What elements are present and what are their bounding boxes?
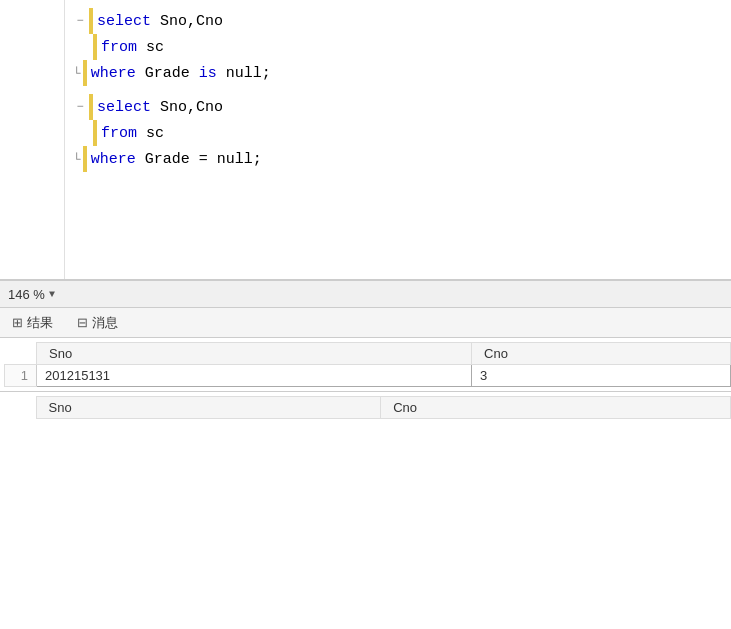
col-header-sno-1: Sno bbox=[37, 343, 472, 365]
tab-results-label: 结果 bbox=[27, 314, 53, 332]
result-table-2: Sno Cno bbox=[4, 396, 731, 419]
yellow-bar-1 bbox=[89, 8, 93, 34]
zoom-level: 146 % bbox=[8, 287, 45, 302]
tab-messages-label: 消息 bbox=[92, 314, 118, 332]
result-table-1: Sno Cno 1 201215131 3 bbox=[4, 342, 731, 387]
keyword-where-1: where bbox=[91, 65, 136, 82]
where-clause-2: Grade = null; bbox=[136, 151, 262, 168]
sql-line-select-2: − select Sno,Cno bbox=[73, 94, 731, 120]
table-wrapper-1: Sno Cno 1 201215131 3 bbox=[0, 338, 731, 391]
yellow-bar-from-1 bbox=[93, 34, 97, 60]
sql-line-from-1: from sc bbox=[73, 34, 731, 60]
sql-block-1: − select Sno,Cno from sc └ where Grade bbox=[73, 8, 731, 86]
code-content: − select Sno,Cno from sc └ where Grade bbox=[65, 0, 731, 279]
select-cols-2: Sno,Cno bbox=[151, 99, 223, 116]
table-wrapper-2: Sno Cno bbox=[0, 392, 731, 423]
table-row: 1 201215131 3 bbox=[5, 365, 731, 387]
results-panel: Sno Cno 1 201215131 3 bbox=[0, 338, 731, 629]
collapse-icon-1[interactable]: − bbox=[73, 14, 87, 28]
bracket-2: └ bbox=[73, 152, 81, 167]
yellow-bar-where-1 bbox=[83, 60, 87, 86]
result-table-1-container: Sno Cno 1 201215131 3 bbox=[0, 338, 731, 392]
from-table-1: sc bbox=[137, 39, 164, 56]
zoom-dropdown-icon: ▼ bbox=[49, 289, 55, 300]
cell-sno-1: 201215131 bbox=[37, 365, 472, 387]
results-icon: ⊞ bbox=[12, 315, 23, 330]
result-table-2-container: Sno Cno bbox=[0, 392, 731, 629]
col-header-rownum-1 bbox=[5, 343, 37, 365]
from-table-2: sc bbox=[137, 125, 164, 142]
where-clause-1: Grade bbox=[136, 65, 199, 82]
tab-results[interactable]: ⊞ 结果 bbox=[8, 312, 57, 334]
keyword-select-1: select bbox=[97, 13, 151, 30]
line-gutter bbox=[0, 0, 65, 279]
sql-block-2: − select Sno,Cno from sc └ where Grade =… bbox=[73, 94, 731, 172]
cell-cno-1: 3 bbox=[472, 365, 731, 387]
keyword-from-1: from bbox=[101, 39, 137, 56]
row-num-1: 1 bbox=[5, 365, 37, 387]
tabs-bar: ⊞ 结果 ⊟ 消息 bbox=[0, 308, 731, 338]
status-bar: 146 % ▼ bbox=[0, 280, 731, 308]
col-header-cno-1: Cno bbox=[472, 343, 731, 365]
zoom-selector[interactable]: 146 % ▼ bbox=[8, 287, 55, 302]
col-header-sno-2: Sno bbox=[36, 397, 381, 419]
col-header-rownum-2 bbox=[4, 397, 36, 419]
sql-line-where-1: └ where Grade is null; bbox=[73, 60, 731, 86]
yellow-bar-where-2 bbox=[83, 146, 87, 172]
sql-line-where-2: └ where Grade = null; bbox=[73, 146, 731, 172]
keyword-where-2: where bbox=[91, 151, 136, 168]
null-val-1: null; bbox=[217, 65, 271, 82]
tab-messages[interactable]: ⊟ 消息 bbox=[73, 312, 122, 334]
col-header-cno-2: Cno bbox=[381, 397, 731, 419]
select-cols-1: Sno,Cno bbox=[151, 13, 223, 30]
bracket-1: └ bbox=[73, 66, 81, 81]
keyword-from-2: from bbox=[101, 125, 137, 142]
code-editor: − select Sno,Cno from sc └ where Grade bbox=[0, 0, 731, 280]
sql-line-from-2: from sc bbox=[73, 120, 731, 146]
yellow-bar-2 bbox=[89, 94, 93, 120]
keyword-select-2: select bbox=[97, 99, 151, 116]
sql-line-select-1: − select Sno,Cno bbox=[73, 8, 731, 34]
keyword-is-1: is bbox=[199, 65, 217, 82]
messages-icon: ⊟ bbox=[77, 315, 88, 330]
yellow-bar-from-2 bbox=[93, 120, 97, 146]
collapse-icon-2[interactable]: − bbox=[73, 100, 87, 114]
